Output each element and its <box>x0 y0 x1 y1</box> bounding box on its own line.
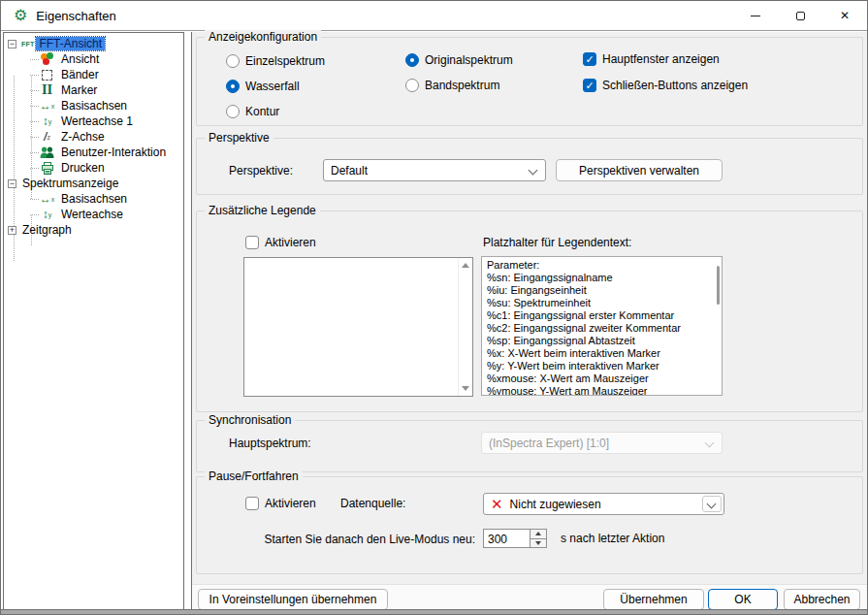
tree-item-label[interactable]: Z-Achse <box>61 130 105 144</box>
perspective-select[interactable]: Default <box>323 159 546 181</box>
x-axis-icon: ↔ <box>39 193 55 205</box>
tree-item-z-achse[interactable]: / Z-Achse <box>39 129 105 145</box>
tree-item-ansicht[interactable]: Ansicht <box>39 51 99 67</box>
placeholder-list[interactable]: Parameter: %sn: Eingangssignalname %iu: … <box>481 256 723 396</box>
radio-einzelspektrum[interactable]: Einzelspektrum <box>226 53 325 69</box>
tree-item-label[interactable]: Ansicht <box>61 52 99 66</box>
z-axis-icon: / <box>39 131 55 143</box>
tree-item-label[interactable]: Marker <box>61 83 97 97</box>
window-bottom-edge <box>1 609 867 614</box>
placeholder-item: %c1: Eingangssignal erster Kommentar <box>487 309 722 322</box>
checkbox-checked-icon: ✓ <box>583 79 596 92</box>
collapse-toggle-icon[interactable]: − <box>8 179 16 188</box>
tree-item-benutzer-interaktion[interactable]: Benutzer-Interaktion <box>39 145 166 160</box>
checkbox-label: Aktivieren <box>265 236 316 249</box>
group-title: Synchronisation <box>205 413 295 427</box>
checkbox-pause-aktivieren[interactable]: Aktivieren <box>245 496 316 511</box>
chevron-down-icon <box>705 438 715 448</box>
tree-item-label[interactable]: Werteachse <box>61 208 123 221</box>
title-bar: ⚙ Eigenschaften ✕ <box>1 1 867 31</box>
tree-item-zeitgraph[interactable]: + Zeitgraph <box>8 222 72 238</box>
error-x-icon: ✕ <box>491 497 503 511</box>
radio-checked-icon <box>405 53 419 67</box>
tree-item-label[interactable]: FFT-Ansicht <box>36 37 105 50</box>
tree-item-label[interactable]: Werteachse 1 <box>61 114 133 128</box>
checkbox-checked-icon: ✓ <box>583 52 596 66</box>
radio-icon <box>226 105 240 118</box>
tree-item-basisachsen-2[interactable]: ↔ Basisachsen <box>39 191 127 207</box>
radio-icon <box>405 79 419 92</box>
apply-button[interactable]: Übernehmen <box>603 589 704 610</box>
checkbox-schliessen-buttons[interactable]: ✓ Schließen-Buttons anzeigen <box>583 78 748 93</box>
radio-bandspektrum[interactable]: Bandspektrum <box>405 78 499 93</box>
placeholder-item: %c2: Eingangssignal zweiter Kommentar <box>487 322 722 335</box>
eigenschaften-dialog: ⚙ Eigenschaften ✕ − FFT FFT-Ansicht Ansi… <box>0 0 868 615</box>
radio-label: Bandspektrum <box>425 79 499 92</box>
button-label: OK <box>734 593 751 606</box>
spinner-down-button[interactable] <box>530 538 546 548</box>
checkbox-icon <box>245 236 259 249</box>
tree-item-label[interactable]: Zeitgraph <box>22 223 72 237</box>
collapse-toggle-icon[interactable]: − <box>8 40 16 49</box>
hauptspektrum-label: Hauptspektrum: <box>229 436 311 451</box>
properties-tree: − FFT FFT-Ansicht Ansicht Bänder II Mark… <box>3 32 184 610</box>
hauptspektrum-selected-value: (InSpectra Expert) [1:0] <box>489 437 609 450</box>
scrollbar[interactable] <box>458 258 472 396</box>
checkbox-hauptfenster-anzeigen[interactable]: ✓ Hauptfenster anzeigen <box>583 51 720 67</box>
maximize-button[interactable] <box>778 1 822 30</box>
minimize-button[interactable] <box>733 1 778 30</box>
marker-icon: II <box>39 84 55 96</box>
tree-item-label[interactable]: Basisachsen <box>61 192 127 206</box>
tree-item-werteachse-2[interactable]: ↕ Werteachse <box>39 207 123 222</box>
tree-item-marker[interactable]: II Marker <box>39 82 97 98</box>
placeholder-item: %su: Spektrumeinheit <box>487 297 722 309</box>
radio-wasserfall[interactable]: Wasserfall <box>226 79 300 94</box>
placeholder-item: %sn: Eingangssignalname <box>487 272 722 284</box>
button-label: Perspektiven verwalten <box>579 164 699 178</box>
ok-button[interactable]: OK <box>708 589 778 610</box>
scroll-down-icon[interactable] <box>462 386 469 391</box>
manage-perspectives-button[interactable]: Perspektiven verwalten <box>556 159 723 181</box>
radio-label: Wasserfall <box>245 80 300 93</box>
users-icon <box>39 146 55 159</box>
radio-originalspektrum[interactable]: Originalspektrum <box>405 52 513 68</box>
tree-item-basisachsen[interactable]: ↔ Basisachsen <box>39 98 127 113</box>
chevron-down-icon <box>707 500 717 509</box>
checkbox-legende-aktivieren[interactable]: Aktivieren <box>245 235 316 250</box>
tree-item-label[interactable]: Benutzer-Interaktion <box>61 146 166 159</box>
tree-item-label[interactable]: Spektrumsanzeige <box>22 177 118 190</box>
checkbox-label: Hauptfenster anzeigen <box>602 52 720 66</box>
tree-item-spektrumsanzeige[interactable]: − Spektrumsanzeige <box>8 176 118 191</box>
tree-item-label[interactable]: Drucken <box>61 161 105 175</box>
tree-item-fft-ansicht[interactable]: − FFT FFT-Ansicht <box>8 36 105 51</box>
legend-text-input[interactable] <box>243 257 473 397</box>
tree-item-drucken[interactable]: Drucken <box>39 160 105 176</box>
tree-item-baender[interactable]: Bänder <box>39 67 99 82</box>
printer-icon <box>39 162 55 175</box>
close-button[interactable]: ✕ <box>822 1 867 30</box>
group-anzeigekonfiguration: Anzeigekonfiguration Einzelspektrum Wass… <box>196 37 863 126</box>
restart-delay-spinner[interactable]: 300 <box>483 529 547 548</box>
spinner-up-button[interactable] <box>530 530 546 538</box>
hauptspektrum-select: (InSpectra Expert) [1:0] <box>481 432 723 454</box>
radio-kontur[interactable]: Kontur <box>226 104 279 119</box>
cancel-button[interactable]: Abbrechen <box>784 589 860 610</box>
spinner-value: 300 <box>484 530 530 547</box>
expand-toggle-icon[interactable]: + <box>8 226 16 235</box>
restart-live-mode-label: Starten Sie danach den Live-Modus neu: <box>255 532 475 547</box>
tree-item-label[interactable]: Bänder <box>61 68 99 81</box>
tree-item-werteachse-1[interactable]: ↕ Werteachse 1 <box>39 113 133 129</box>
radio-checked-icon <box>226 80 240 93</box>
datenquelle-select[interactable]: ✕ Nicht zugewiesen <box>483 493 724 515</box>
spinner-buttons <box>530 530 546 547</box>
scrollbar-thumb[interactable] <box>717 266 720 305</box>
placeholder-title: Platzhalter für Legendentext: <box>483 235 631 250</box>
apply-to-presets-button[interactable]: In Voreinstellungen übernehmen <box>198 589 388 610</box>
scroll-up-icon[interactable] <box>462 263 469 268</box>
bands-icon <box>39 70 55 81</box>
window-controls: ✕ <box>733 1 867 30</box>
group-zusaetzliche-legende: Zusätzliche Legende Aktivieren Platzhalt… <box>196 210 863 412</box>
tree-item-label[interactable]: Basisachsen <box>61 99 127 113</box>
placeholder-item: %ymouse: Y-Wert am Mauszeiger <box>487 385 722 396</box>
window-title: Eigenschaften <box>36 9 115 23</box>
